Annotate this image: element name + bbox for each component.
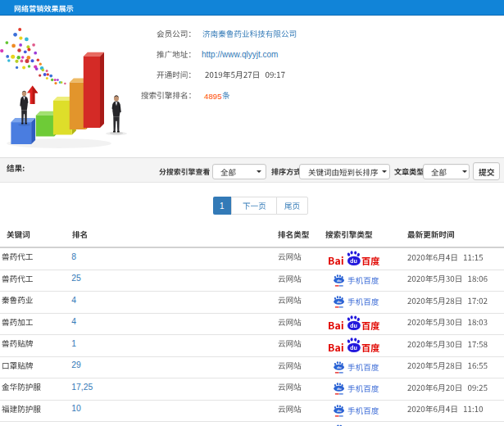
svg-text:du: du (337, 300, 342, 304)
svg-text:du: du (337, 408, 342, 412)
svg-text:du: du (337, 387, 342, 391)
svg-text:du: du (337, 278, 342, 282)
svg-text:du: du (337, 365, 342, 369)
